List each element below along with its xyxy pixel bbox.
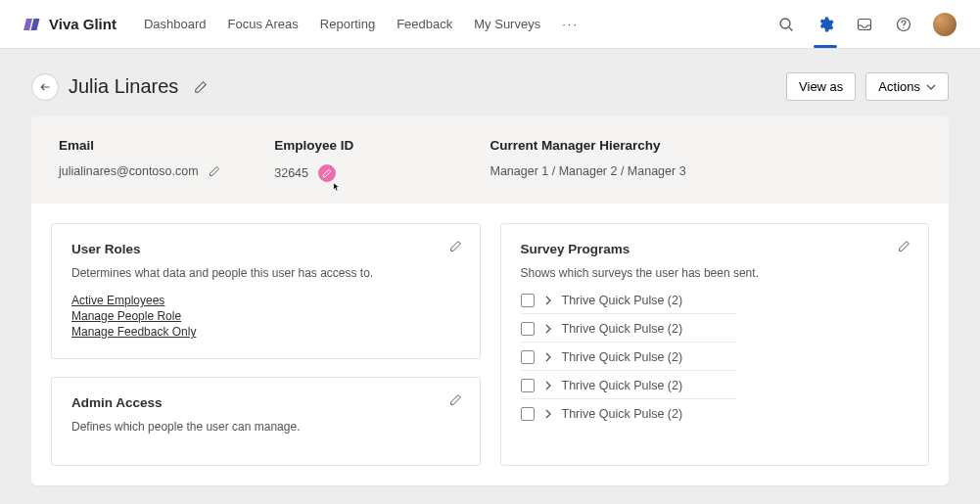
edit-email-icon[interactable] bbox=[209, 165, 220, 177]
page-header: Julia Linares View as Actions bbox=[31, 72, 949, 101]
info-strip: Email julialinares@contoso.com Employee … bbox=[31, 116, 949, 204]
user-roles-panel: User Roles Determines what data and peop… bbox=[51, 223, 481, 359]
info-hierarchy: Current Manager Hierarchy Manager 1 / Ma… bbox=[490, 138, 922, 182]
chevron-right-icon[interactable] bbox=[544, 352, 552, 362]
role-link-manage-feedback[interactable]: Manage Feedback Only bbox=[71, 325, 196, 339]
survey-label: Thrive Quick Pulse (2) bbox=[562, 407, 683, 421]
main-card: Email julialinares@contoso.com Employee … bbox=[31, 116, 949, 485]
survey-row: Thrive Quick Pulse (2) bbox=[521, 379, 736, 399]
avatar[interactable] bbox=[933, 13, 957, 36]
edit-surveys-icon[interactable] bbox=[898, 240, 910, 252]
nav-item-focus-areas[interactable]: Focus Areas bbox=[228, 17, 299, 31]
actions-label: Actions bbox=[878, 79, 920, 94]
nav-item-dashboard[interactable]: Dashboard bbox=[144, 17, 207, 31]
survey-row: Thrive Quick Pulse (2) bbox=[521, 322, 736, 343]
cursor-icon bbox=[332, 182, 342, 192]
empid-value: 32645 bbox=[274, 166, 308, 180]
nav-item-reporting[interactable]: Reporting bbox=[320, 17, 375, 31]
chevron-right-icon[interactable] bbox=[544, 324, 552, 334]
roles-desc: Determines what data and people this use… bbox=[71, 266, 460, 280]
survey-label: Thrive Quick Pulse (2) bbox=[562, 379, 683, 392]
chevron-right-icon[interactable] bbox=[544, 381, 552, 390]
email-value: julialinares@contoso.com bbox=[59, 164, 199, 178]
svg-line-1 bbox=[789, 27, 793, 31]
survey-checkbox[interactable] bbox=[521, 294, 535, 307]
edit-admin-icon[interactable] bbox=[449, 393, 462, 406]
page: Julia Linares View as Actions Email juli… bbox=[0, 49, 980, 485]
role-link-manage-people[interactable]: Manage People Role bbox=[71, 309, 181, 323]
survey-label: Thrive Quick Pulse (2) bbox=[562, 350, 683, 364]
view-as-label: View as bbox=[799, 79, 843, 94]
email-label: Email bbox=[59, 138, 274, 153]
survey-row: Thrive Quick Pulse (2) bbox=[521, 294, 736, 314]
edit-title-icon[interactable] bbox=[194, 80, 208, 94]
topbar: Viva Glint Dashboard Focus Areas Reporti… bbox=[0, 0, 980, 49]
search-icon[interactable] bbox=[776, 15, 796, 34]
actions-button[interactable]: Actions bbox=[865, 72, 949, 101]
svg-rect-2 bbox=[859, 19, 871, 29]
edit-empid-icon[interactable] bbox=[318, 164, 336, 182]
survey-checkbox[interactable] bbox=[521, 322, 535, 336]
survey-label: Thrive Quick Pulse (2) bbox=[562, 294, 683, 307]
survey-row: Thrive Quick Pulse (2) bbox=[521, 350, 736, 371]
brand-logo-icon bbox=[23, 16, 41, 33]
empid-label: Employee ID bbox=[274, 138, 490, 153]
survey-checkbox[interactable] bbox=[521, 350, 535, 364]
nav: Dashboard Focus Areas Reporting Feedback… bbox=[144, 17, 579, 31]
roles-title: User Roles bbox=[71, 242, 460, 256]
nav-more[interactable]: ··· bbox=[562, 17, 579, 31]
back-button[interactable] bbox=[31, 73, 59, 101]
svg-point-0 bbox=[780, 19, 790, 28]
survey-list: Thrive Quick Pulse (2) Thrive Quick Puls… bbox=[521, 294, 910, 427]
panels: User Roles Determines what data and peop… bbox=[31, 204, 949, 485]
chevron-right-icon[interactable] bbox=[544, 296, 552, 305]
surveys-desc: Shows which surveys the user has been se… bbox=[521, 266, 910, 280]
survey-row: Thrive Quick Pulse (2) bbox=[521, 407, 736, 427]
info-employee-id: Employee ID 32645 bbox=[274, 138, 490, 182]
topbar-right bbox=[776, 13, 957, 36]
survey-checkbox[interactable] bbox=[521, 379, 535, 392]
survey-label: Thrive Quick Pulse (2) bbox=[562, 322, 683, 336]
brand[interactable]: Viva Glint bbox=[23, 16, 117, 33]
brand-name: Viva Glint bbox=[49, 16, 117, 32]
hierarchy-value: Manager 1 / Manager 2 / Manager 3 bbox=[490, 164, 686, 178]
header-actions: View as Actions bbox=[786, 72, 949, 101]
settings-icon[interactable] bbox=[816, 15, 835, 34]
chevron-right-icon[interactable] bbox=[544, 409, 552, 419]
admin-title: Admin Access bbox=[71, 395, 460, 410]
inbox-icon[interactable] bbox=[855, 15, 874, 34]
admin-access-panel: Admin Access Defines which people the us… bbox=[51, 377, 481, 466]
role-link-active-employees[interactable]: Active Employees bbox=[71, 294, 164, 307]
help-icon[interactable] bbox=[894, 15, 913, 34]
page-title: Julia Linares bbox=[69, 75, 178, 98]
survey-programs-panel: Survey Programs Shows which surveys the … bbox=[500, 223, 930, 466]
hierarchy-label: Current Manager Hierarchy bbox=[490, 138, 922, 153]
svg-point-4 bbox=[903, 26, 904, 27]
admin-desc: Defines which people the user can manage… bbox=[71, 420, 460, 434]
nav-item-my-surveys[interactable]: My Surveys bbox=[474, 17, 540, 31]
survey-checkbox[interactable] bbox=[521, 407, 535, 421]
chevron-down-icon bbox=[926, 82, 936, 92]
info-email: Email julialinares@contoso.com bbox=[59, 138, 274, 182]
nav-item-feedback[interactable]: Feedback bbox=[397, 17, 452, 31]
view-as-button[interactable]: View as bbox=[786, 72, 856, 101]
surveys-title: Survey Programs bbox=[521, 242, 910, 256]
edit-roles-icon[interactable] bbox=[449, 240, 462, 252]
